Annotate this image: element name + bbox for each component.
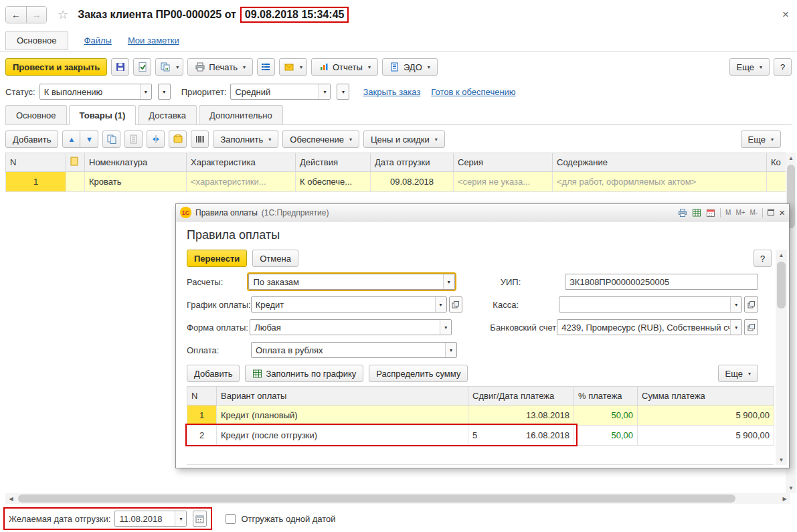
- chevron-down-icon[interactable]: ▾: [730, 320, 741, 335]
- column-header-qty[interactable]: Ко: [767, 153, 786, 172]
- cell-series[interactable]: <серия не указа...: [454, 172, 553, 192]
- table-row[interactable]: 2 Кредит (после отгрузки) 5 16.08.2018 5…: [187, 426, 774, 446]
- bank-open-button[interactable]: [744, 319, 758, 335]
- add-row-button[interactable]: Добавить: [5, 130, 58, 148]
- cell-n[interactable]: 1: [187, 406, 217, 426]
- payment-add-button[interactable]: Добавить: [187, 365, 240, 382]
- maximize-icon[interactable]: [768, 209, 774, 215]
- cell-nomenclature[interactable]: Кровать: [85, 172, 187, 192]
- memory-m-plus-button[interactable]: M+: [735, 209, 745, 216]
- edo-button[interactable]: ЭДО ▾: [382, 58, 438, 76]
- scroll-left-icon[interactable]: ◀: [5, 493, 17, 504]
- table-row[interactable]: 1 Кредит (плановый) 13.08.2018 50,00 5 9…: [187, 406, 774, 426]
- create-based-on-button[interactable]: ▾: [155, 58, 183, 76]
- distribute-amount-button[interactable]: Распределить сумму: [369, 365, 468, 382]
- chevron-down-icon[interactable]: ▾: [445, 343, 456, 357]
- copy-row-button[interactable]: [102, 130, 120, 148]
- column-header-n[interactable]: N: [187, 387, 217, 406]
- chevron-down-icon[interactable]: ▾: [319, 84, 330, 99]
- cell-percent[interactable]: 50,00: [574, 406, 638, 426]
- chevron-down-icon[interactable]: ▾: [175, 511, 186, 526]
- bank-combobox[interactable]: 4239, Промресурс (RUB), Собственный сч ▾: [557, 319, 742, 335]
- dialog-scroll-thumb[interactable]: [777, 262, 786, 308]
- dialog-titlebar[interactable]: 1С Правила оплаты (1С:Предприятие) M M+ …: [176, 204, 789, 221]
- dialog-vertical-scrollbar[interactable]: ▲ ▼: [776, 250, 787, 465]
- cell-variant[interactable]: Кредит (плановый): [217, 406, 468, 426]
- tab-delivery[interactable]: Доставка: [138, 105, 197, 124]
- pay-combobox[interactable]: Оплата в рублях ▾: [251, 342, 457, 358]
- column-header-n[interactable]: N: [6, 153, 66, 172]
- cell-actions[interactable]: К обеспече...: [296, 172, 371, 192]
- memory-m-minus-button[interactable]: M-: [750, 209, 758, 216]
- column-header-nomenclature[interactable]: Номенклатура: [85, 153, 187, 172]
- print-icon[interactable]: [678, 208, 687, 217]
- post-and-close-button[interactable]: Провести и закрыть: [5, 58, 107, 76]
- fill-by-schedule-button[interactable]: Заполнить по графику: [245, 365, 363, 382]
- duplicate-row-button[interactable]: [124, 130, 143, 148]
- cell-content[interactable]: <для работ, оформляемых актом>: [553, 172, 767, 192]
- table-row[interactable]: 1 Кровать <характеристики... К обеспече.…: [6, 172, 786, 192]
- scroll-right-icon[interactable]: ▶: [779, 493, 790, 504]
- notes-link[interactable]: Мои заметки: [128, 35, 179, 46]
- cell-characteristic[interactable]: <характеристики...: [187, 172, 296, 192]
- dialog-help-button[interactable]: ?: [754, 250, 772, 267]
- attachments-button[interactable]: ▾: [279, 58, 307, 76]
- cell-ship-date[interactable]: 09.08.2018: [371, 172, 454, 192]
- post-document-button[interactable]: [133, 58, 151, 76]
- cash-open-button[interactable]: [744, 296, 758, 313]
- column-header-series[interactable]: Серия: [454, 153, 553, 172]
- cell-amount[interactable]: 5 900,00: [638, 426, 774, 446]
- column-header-actions[interactable]: Действия: [296, 153, 371, 172]
- column-header-content[interactable]: Содержание: [553, 153, 767, 172]
- status-combobox[interactable]: К выполнению ▾: [39, 84, 152, 100]
- items-more-button[interactable]: Еще ▾: [741, 130, 781, 148]
- table-icon[interactable]: [692, 208, 701, 217]
- column-header-variant[interactable]: Вариант оплаты: [217, 387, 468, 406]
- transfer-button[interactable]: Перенести: [187, 250, 247, 267]
- uip-input[interactable]: ЗК1808ПР000000250005: [565, 274, 758, 290]
- chevron-down-icon[interactable]: ▾: [443, 274, 454, 289]
- save-button[interactable]: [111, 58, 129, 76]
- ship-date-calendar-button[interactable]: [193, 511, 207, 527]
- calendar-icon[interactable]: [706, 208, 715, 217]
- close-order-link[interactable]: Закрыть заказ: [363, 87, 420, 97]
- chevron-down-icon[interactable]: ▾: [730, 297, 741, 312]
- files-link[interactable]: Файлы: [84, 35, 112, 46]
- close-icon[interactable]: ×: [780, 8, 792, 21]
- cell-variant[interactable]: Кредит (после отгрузки): [217, 426, 468, 446]
- cell-percent[interactable]: 50,00: [574, 426, 638, 446]
- tab-extra[interactable]: Дополнительно: [199, 105, 283, 124]
- cell-shift-date[interactable]: 5 16.08.2018: [468, 426, 574, 446]
- calc-combobox[interactable]: По заказам ▾: [248, 274, 454, 290]
- cell-n[interactable]: 2: [187, 426, 217, 446]
- favorite-star-icon[interactable]: ☆: [58, 7, 68, 22]
- task-list-button[interactable]: [257, 58, 275, 76]
- tab-goods[interactable]: Товары (1): [69, 105, 137, 125]
- prices-menu-button[interactable]: Цены и скидки ▾: [363, 130, 445, 148]
- form-combobox[interactable]: Любая ▾: [250, 319, 452, 335]
- schedule-combobox[interactable]: Кредит ▾: [251, 296, 447, 313]
- column-header-flag[interactable]: [66, 153, 85, 172]
- cell-n[interactable]: 1: [6, 172, 66, 192]
- reports-button[interactable]: Отчеты ▾: [311, 58, 378, 76]
- move-down-button[interactable]: ▼: [80, 130, 98, 148]
- split-row-button[interactable]: [147, 130, 165, 148]
- back-button[interactable]: ←: [6, 7, 26, 23]
- column-header-shift-date[interactable]: Сдвиг/Дата платежа: [468, 387, 574, 406]
- status-history-button[interactable]: ▾: [158, 84, 171, 100]
- column-header-characteristic[interactable]: Характеристика: [187, 153, 296, 172]
- barcode-scan-button[interactable]: [191, 130, 209, 148]
- scroll-up-icon[interactable]: ▲: [776, 250, 787, 260]
- ship-date-input[interactable]: 11.08.2018 ▾: [114, 511, 187, 527]
- scroll-down-icon[interactable]: ▼: [776, 454, 787, 465]
- help-button[interactable]: ?: [774, 58, 792, 76]
- chevron-down-icon[interactable]: ▾: [140, 84, 151, 99]
- column-header-percent[interactable]: % платежа: [574, 387, 638, 406]
- cancel-button[interactable]: Отмена: [252, 250, 298, 267]
- chevron-down-icon[interactable]: ▾: [440, 320, 451, 335]
- priority-history-button[interactable]: ▾: [337, 84, 349, 100]
- cell-shift-date[interactable]: 13.08.2018: [468, 406, 574, 426]
- chevron-down-icon[interactable]: ▾: [435, 297, 446, 312]
- supply-menu-button[interactable]: Обеспечение ▾: [282, 130, 359, 148]
- priority-combobox[interactable]: Средний ▾: [230, 84, 331, 100]
